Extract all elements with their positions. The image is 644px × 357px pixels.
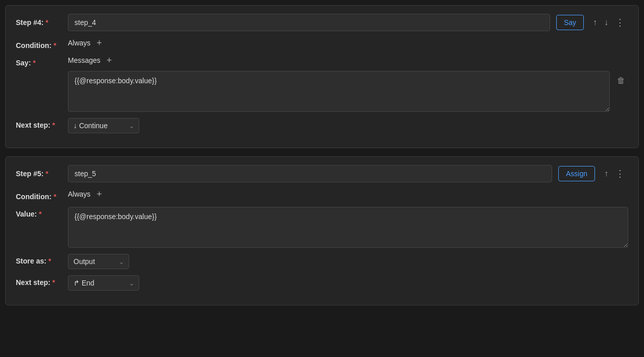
- step5-required: *: [45, 170, 48, 178]
- step5-nextstep-select[interactable]: ↓ Continue ↱ End Go to step: [68, 275, 139, 291]
- step5-storeas-select-wrapper: Output Variable: [68, 254, 129, 269]
- step4-type-button[interactable]: Say: [556, 15, 584, 30]
- step4-nextstep-value: ↓ Continue ↱ End Go to step: [68, 118, 628, 133]
- step4-condition-add-button[interactable]: +: [94, 38, 104, 47]
- step4-nextstep-row: Next step: * ↓ Continue ↱ End Go to step: [16, 118, 628, 133]
- step5-condition-row: Condition: * Always +: [16, 189, 628, 201]
- step5-nextstep-select-wrapper: ↓ Continue ↱ End Go to step: [68, 275, 139, 291]
- step4-delete-icon: 🗑: [617, 76, 625, 85]
- step4-required: *: [45, 18, 48, 27]
- step4-nextstep-label: Next step: *: [16, 118, 62, 129]
- step5-type-button[interactable]: Assign: [558, 166, 595, 181]
- step5-move-up-button[interactable]: ↑: [601, 167, 611, 180]
- step5-storeas-row: Store as: * Output Variable: [16, 254, 628, 269]
- step5-value-label: Value: *: [16, 207, 62, 218]
- step5-nextstep-row: Next step: * ↓ Continue ↱ End Go to step: [16, 275, 628, 291]
- step5-always-text: Always: [68, 190, 90, 198]
- step4-messages-text: Messages: [68, 56, 101, 64]
- step4-move-up-button[interactable]: ↑: [590, 16, 600, 29]
- step5-storeas-select[interactable]: Output Variable: [68, 254, 129, 269]
- step4-three-dots-icon: ⋮: [615, 17, 625, 28]
- step5-condition-label: Condition: *: [16, 189, 62, 201]
- step5-arrow-up-icon: ↑: [604, 169, 608, 178]
- step4-arrow-down-icon: ↓: [604, 18, 608, 27]
- step5-name-input[interactable]: [68, 165, 552, 182]
- step5-header: Step #5: * Assign ↑ ⋮: [16, 165, 628, 182]
- step4-nextstep-select-wrapper: ↓ Continue ↱ End Go to step: [68, 118, 139, 133]
- step4-card: Step #4: * Say ↑ ↓ ⋮ Condition: * Always…: [5, 5, 639, 148]
- step4-condition-row: Condition: * Always +: [16, 38, 628, 50]
- step4-label-text: Step #4:: [16, 18, 43, 27]
- step4-header-icons: ↑ ↓ ⋮: [590, 15, 628, 30]
- step5-value-field: {{@response:body.value}}: [68, 207, 628, 248]
- step4-message-textarea[interactable]: {{@response:body.value}}: [68, 71, 610, 112]
- step5-storeas-label: Store as: *: [16, 254, 62, 265]
- step4-label: Step #4: *: [16, 18, 62, 27]
- step4-more-button[interactable]: ⋮: [612, 15, 628, 30]
- step5-card: Step #5: * Assign ↑ ⋮ Condition: * Alway…: [5, 156, 639, 305]
- step5-header-icons: ↑ ⋮: [601, 166, 628, 181]
- step5-condition-value: Always +: [68, 189, 628, 199]
- step5-more-button[interactable]: ⋮: [612, 166, 628, 181]
- step4-message-area: {{@response:body.value}} 🗑: [68, 71, 628, 112]
- step4-always-text: Always: [68, 39, 90, 47]
- step4-say-value: Messages + {{@response:body.value}} 🗑: [68, 56, 628, 112]
- step5-storeas-value: Output Variable: [68, 254, 628, 269]
- step5-nextstep-value: ↓ Continue ↱ End Go to step: [68, 275, 628, 291]
- step5-label: Step #5: *: [16, 170, 62, 178]
- step4-header: Step #4: * Say ↑ ↓ ⋮: [16, 14, 628, 31]
- step4-condition-label: Condition: *: [16, 38, 62, 50]
- step4-message-add-button[interactable]: +: [105, 56, 114, 65]
- step5-condition-add-button[interactable]: +: [94, 189, 104, 199]
- step4-say-label: Say: *: [16, 56, 62, 67]
- step5-value-row: Value: * {{@response:body.value}}: [16, 207, 628, 248]
- step4-say-row: Say: * Messages + {{@response:body.value…: [16, 56, 628, 112]
- step4-name-input[interactable]: [68, 14, 550, 31]
- step4-move-down-button[interactable]: ↓: [601, 16, 611, 29]
- step4-nextstep-select[interactable]: ↓ Continue ↱ End Go to step: [68, 118, 139, 133]
- step4-condition-value: Always +: [68, 38, 628, 47]
- step4-arrow-up-icon: ↑: [593, 18, 597, 27]
- step5-label-text: Step #5:: [16, 170, 43, 178]
- step5-three-dots-icon: ⋮: [615, 169, 625, 179]
- step5-nextstep-label: Next step: *: [16, 275, 62, 287]
- step5-value-textarea[interactable]: {{@response:body.value}}: [68, 207, 628, 248]
- step4-message-delete-button[interactable]: 🗑: [614, 73, 628, 88]
